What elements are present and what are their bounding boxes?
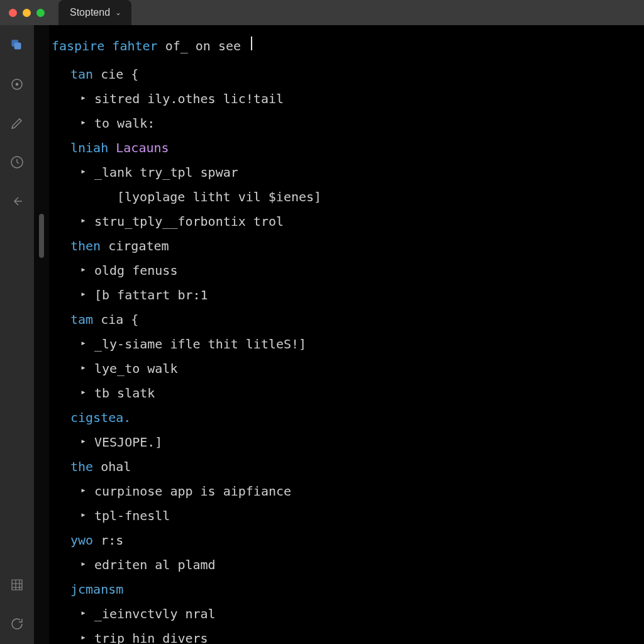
editor-gutter — [34, 25, 49, 644]
code-line: lye_to walk — [49, 357, 638, 381]
code-line: tan cie { — [49, 62, 638, 87]
section-keyword: then — [70, 234, 101, 258]
section-keyword: jcmansm — [70, 577, 123, 602]
code-line: _ieinvctvly nral — [49, 602, 638, 626]
code-text: VESJOPE.] — [94, 430, 162, 455]
code-text: _ly-siame ifle thit litleS!] — [94, 332, 306, 357]
code-text: _ieinvctvly nral — [94, 602, 216, 626]
svg-rect-1 — [14, 43, 21, 50]
code-text: stru_tply__forbontix trol — [94, 209, 284, 234]
chevron-down-icon: ⌄ — [115, 8, 121, 17]
keyword: fahter — [112, 34, 157, 58]
svg-point-3 — [16, 84, 18, 86]
code-line: [b fattart br:1 — [49, 283, 638, 308]
refresh-icon[interactable] — [8, 615, 26, 633]
code-line: jcmansm — [49, 577, 638, 602]
section-keyword: lniah — [70, 136, 108, 160]
keyword: faspire — [52, 34, 104, 58]
code-line: trip hin divers — [49, 626, 638, 644]
history-icon[interactable] — [8, 153, 26, 171]
code-text: curpinose app is aipfiance — [94, 479, 291, 504]
section-keyword: tan — [70, 62, 93, 87]
code-text: sitred ily.othes lic!tail — [94, 87, 284, 111]
code-line: tam cia { — [49, 308, 638, 332]
code-text: lye_to walk — [94, 357, 177, 381]
code-line: lniah Lacauns — [49, 136, 638, 160]
section-keyword: the — [70, 455, 93, 479]
code-line: sitred ily.othes lic!tail — [49, 87, 638, 111]
code-text: _lank try_tpl spwar — [94, 160, 238, 185]
close-window-button[interactable] — [9, 9, 17, 17]
code-text: edriten al plamd — [94, 553, 216, 577]
code-line: curpinose app is aipfiance — [49, 479, 638, 504]
code-line: to walk: — [49, 111, 638, 136]
code-line: _lank try_tpl spwar — [49, 160, 638, 185]
code-line: stru_tply__forbontix trol — [49, 209, 638, 234]
activity-bar — [0, 25, 34, 644]
back-icon[interactable] — [8, 192, 26, 210]
target-icon[interactable] — [8, 75, 26, 93]
class-name: Lacauns — [116, 136, 169, 160]
code-line: VESJOPE.] — [49, 430, 638, 455]
minimize-window-button[interactable] — [23, 9, 31, 17]
code-line: [lyoplage litht vil $ienes] — [49, 185, 638, 209]
text-cursor — [251, 36, 252, 50]
grid-icon[interactable] — [8, 576, 26, 594]
code-text: to walk: — [94, 111, 155, 136]
section-keyword: tam — [70, 308, 93, 332]
code-line: faspire fahter of_ on see — [49, 34, 638, 58]
code-line: tb slatk — [49, 381, 638, 406]
tab-title: Stoptend — [70, 7, 110, 18]
code-line: tpl-fnesll — [49, 504, 638, 528]
code-line: then cirgatem — [49, 234, 638, 258]
code-text: trip hin divers — [94, 626, 208, 644]
code-line: cigstea. — [49, 406, 638, 430]
section-keyword: cigstea. — [70, 406, 131, 430]
workbench: faspire fahter of_ on see tan cie {sitre… — [0, 25, 644, 644]
scrollbar-thumb[interactable] — [39, 214, 44, 258]
code-editor[interactable]: faspire fahter of_ on see tan cie {sitre… — [49, 25, 644, 644]
titlebar: Stoptend ⌄ — [0, 0, 644, 25]
code-line: oldg fenuss — [49, 258, 638, 283]
code-text: tpl-fnesll — [94, 504, 170, 528]
code-text: [b fattart br:1 — [94, 283, 208, 308]
code-line: the ohal — [49, 455, 638, 479]
window-controls — [9, 9, 45, 17]
zoom-window-button[interactable] — [36, 9, 45, 17]
section-keyword: ywo — [70, 528, 93, 553]
code-text: oldg fenuss — [94, 258, 177, 283]
code-line: _ly-siame ifle thit litleS!] — [49, 332, 638, 357]
code-text: tb slatk — [94, 381, 155, 406]
code-line: edriten al plamd — [49, 553, 638, 577]
active-tab[interactable]: Stoptend ⌄ — [58, 0, 131, 25]
edit-icon[interactable] — [8, 114, 26, 132]
layers-icon[interactable] — [8, 36, 26, 54]
code-line: ywo r:s — [49, 528, 638, 553]
code-text: [lyoplage litht vil $ienes] — [117, 185, 321, 209]
